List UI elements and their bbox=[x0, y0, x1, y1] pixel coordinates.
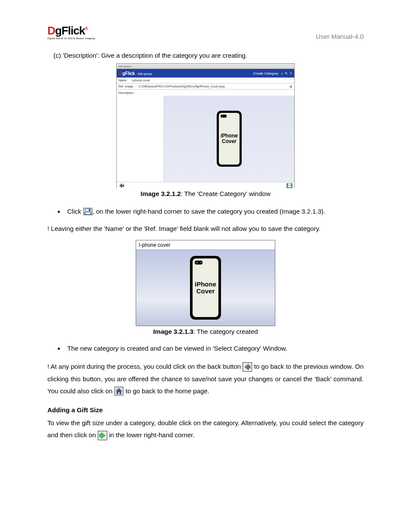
header-version: User Manual-4.0 bbox=[316, 33, 364, 40]
name-label: Name : bbox=[118, 79, 128, 82]
bullet1-post: , on the lower right-hand corner to save… bbox=[93, 208, 325, 215]
gift-text-a: To view the gift size under a category, … bbox=[47, 419, 364, 439]
window-titlebar: Gift Xpress bbox=[117, 64, 294, 69]
ref-image-preview: iPhone Cover bbox=[164, 96, 294, 182]
category-created-screenshot: I-phone cover iPhone Cover bbox=[136, 240, 275, 326]
figure-1-container: Gift Xpress DgFlick -Gift xpress Create … bbox=[116, 63, 295, 197]
logo-tagline: Digital World for Still & Motion Imaging bbox=[47, 37, 95, 40]
caption-2-bold: Image 3.2.1.3 bbox=[153, 328, 193, 335]
svg-marker-14 bbox=[100, 432, 105, 439]
iphone-cover-graphic: iPhone Cover bbox=[190, 256, 221, 320]
home-icon bbox=[114, 386, 124, 396]
back-home-instruction: ! At any point during the process, you c… bbox=[47, 361, 364, 398]
phone-text-2: Cover bbox=[196, 288, 215, 295]
name-row: Name : I-phone cover bbox=[117, 78, 294, 84]
adding-gift-size-heading: Adding a Gift Size bbox=[47, 406, 364, 414]
category-name-bar: I-phone cover bbox=[136, 240, 275, 250]
footer-bar bbox=[117, 182, 294, 190]
forward-arrow-icon bbox=[98, 431, 107, 440]
description-row: Description : bbox=[117, 90, 294, 96]
description-label: Description : bbox=[118, 91, 135, 94]
browse-icon[interactable]: ▣ bbox=[290, 85, 293, 88]
svg-rect-8 bbox=[89, 209, 90, 211]
category-preview: iPhone Cover bbox=[136, 250, 275, 326]
ref-image-label: Ref. Image : bbox=[118, 85, 135, 88]
ref-image-input[interactable]: C:/GiftXpressPRO-4.0/Products/DgGiftConf… bbox=[138, 85, 286, 88]
description-textarea[interactable] bbox=[117, 96, 164, 182]
screen-label: Create Category bbox=[253, 72, 278, 75]
svg-marker-9 bbox=[245, 364, 250, 370]
bullet1-pre: Click bbox=[67, 208, 81, 215]
svg-marker-0 bbox=[119, 184, 124, 188]
ref-image-row: Ref. Image : C:/GiftXpressPRO-4.0/Produc… bbox=[117, 84, 294, 90]
main-preview-area: iPhone Cover bbox=[117, 96, 294, 182]
camera-icon bbox=[195, 261, 202, 264]
caption-1-rest: : The 'Create Category' window bbox=[181, 190, 271, 197]
back-arrow-icon bbox=[243, 362, 252, 372]
brand-logo: DgFlick® Digital World for Still & Motio… bbox=[47, 25, 95, 40]
svg-rect-2 bbox=[288, 184, 291, 185]
camera-icon bbox=[221, 115, 227, 118]
caption-1-bold: Image 3.2.1.2 bbox=[140, 190, 181, 197]
back-button[interactable] bbox=[118, 183, 125, 189]
category-name: I-phone cover bbox=[139, 242, 170, 248]
name-input[interactable]: I-phone cover bbox=[132, 79, 150, 82]
logo-text: DgFlick® bbox=[47, 25, 95, 36]
app-subbrand: -Gift xpress bbox=[137, 72, 152, 75]
blank-field-warning: ! Leaving either the 'Name' or the 'Ref.… bbox=[47, 225, 364, 232]
app-brand: DgFlick bbox=[119, 71, 135, 76]
figure-2-container: I-phone cover iPhone Cover Image 3.2.1.3… bbox=[136, 240, 275, 335]
phone-text-2: Cover bbox=[222, 139, 237, 144]
svg-rect-6 bbox=[85, 212, 90, 214]
save-button[interactable] bbox=[286, 183, 293, 189]
iphone-cover-graphic: iPhone Cover bbox=[217, 111, 242, 167]
app-brand-bar: DgFlick -Gift xpress Create Category ⌂ ✎… bbox=[117, 69, 294, 78]
svg-rect-3 bbox=[288, 186, 291, 187]
back-text-a: ! At any point during the process, you c… bbox=[47, 363, 243, 370]
figure-1-caption: Image 3.2.1.2: The 'Create Category' win… bbox=[116, 190, 295, 197]
create-category-window-screenshot: Gift Xpress DgFlick -Gift xpress Create … bbox=[116, 63, 295, 188]
save-icon bbox=[83, 207, 93, 216]
back-text-c: to go back to the home page. bbox=[126, 387, 209, 395]
description-field-instruction: (c) 'Description': Give a description of… bbox=[53, 52, 364, 59]
category-created-bullet: The new category is created and can be v… bbox=[65, 345, 364, 352]
home-icon[interactable]: ⌂ bbox=[281, 72, 283, 75]
help-icon[interactable]: ? bbox=[290, 72, 292, 75]
figure-2-caption: Image 3.2.1.3: The category created bbox=[136, 328, 275, 335]
window-title: Gift Xpress bbox=[118, 65, 131, 68]
caption-2-rest: : The category created bbox=[193, 328, 258, 335]
save-instruction-bullet: Click , on the lower right-hand corner t… bbox=[65, 207, 364, 216]
tool-icon[interactable]: ✎ bbox=[285, 72, 288, 75]
gift-text-b: in the lower right-hand corner. bbox=[109, 431, 194, 439]
phone-text-1: iPhone bbox=[195, 281, 216, 288]
gift-size-instruction: To view the gift size under a category, … bbox=[47, 417, 364, 442]
